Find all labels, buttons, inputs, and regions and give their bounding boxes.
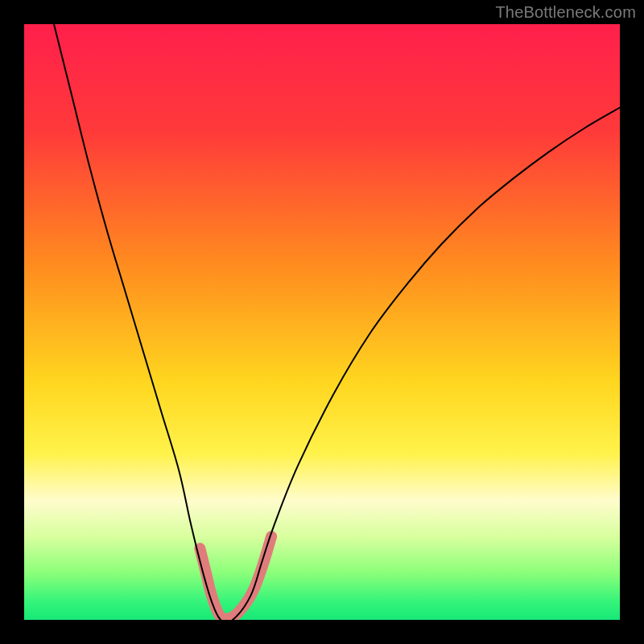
bottleneck-chart: [24, 24, 620, 620]
plot-area: [24, 24, 620, 620]
watermark-label: TheBottleneck.com: [495, 3, 636, 22]
gradient-background: [24, 24, 620, 620]
chart-frame: TheBottleneck.com: [0, 0, 644, 644]
